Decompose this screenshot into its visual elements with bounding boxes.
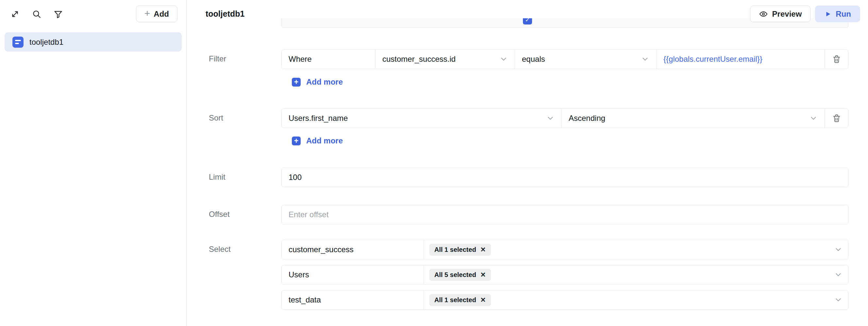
page-title: tooljetdb1 (206, 9, 244, 19)
main-panel: ✓ tooljetdb1 Preview Run (187, 0, 868, 326)
add-table-button[interactable]: + Add (136, 5, 178, 22)
select-columns-dropdown[interactable]: All 5 selected ✕ (424, 265, 848, 284)
filter-operator-select[interactable]: equals (515, 50, 656, 69)
offset-section: Offset (187, 205, 868, 224)
select-label: Select (209, 244, 231, 254)
add-more-label: Add more (306, 136, 343, 145)
collapse-panel-icon[interactable] (9, 8, 21, 20)
app-window: + Add tooljetdb1 ✓ tooljetdb1 (0, 0, 868, 326)
offset-label: Offset (209, 210, 230, 219)
sort-add-more-row: + Add more (187, 136, 868, 145)
limit-input[interactable] (281, 168, 848, 187)
select-rows: customer_success All 1 selected ✕ Users (281, 240, 848, 310)
plus-square-icon: + (292, 78, 301, 87)
sort-direction-value: Ascending (569, 114, 605, 123)
select-row-users: Users All 5 selected ✕ (281, 265, 848, 285)
table-list: tooljetdb1 (0, 28, 186, 56)
row-checkbox[interactable]: ✓ (523, 18, 532, 25)
play-icon (824, 10, 831, 18)
sort-section: Sort Users.first_name Ascending (187, 108, 868, 128)
eye-icon (759, 9, 768, 19)
filter-column-value: customer_success.id (382, 55, 456, 64)
clear-selection-icon[interactable]: ✕ (480, 271, 486, 278)
filter-icon[interactable] (52, 8, 64, 20)
sidebar-item-label: tooljetdb1 (29, 38, 63, 47)
check-icon: ✓ (525, 18, 530, 24)
chevron-down-icon (499, 55, 508, 63)
selection-badge-label: All 1 selected (434, 246, 476, 254)
plus-glyph: + (294, 78, 299, 86)
plus-square-icon: + (292, 136, 301, 145)
filter-section: Filter Where customer_success.id equals … (187, 49, 868, 69)
preview-button[interactable]: Preview (750, 5, 811, 22)
add-button-label: Add (154, 9, 169, 19)
query-form: Filter Where customer_success.id equals … (187, 28, 868, 326)
limit-label: Limit (209, 172, 225, 182)
selection-badge: All 1 selected ✕ (429, 294, 491, 306)
sort-label: Sort (209, 113, 223, 123)
filter-row: Where customer_success.id equals {{globa… (281, 49, 848, 69)
filter-operator-value: equals (522, 55, 545, 64)
sort-row: Users.first_name Ascending (281, 108, 848, 128)
clear-selection-icon[interactable]: ✕ (480, 246, 486, 253)
filter-value-input[interactable]: {{globals.currentUser.email}} (656, 50, 825, 69)
add-more-label: Add more (306, 77, 343, 87)
chevron-down-icon (546, 114, 555, 123)
select-row-test-data: test_data All 1 selected ✕ (281, 290, 848, 310)
chevron-down-icon (834, 296, 842, 304)
select-table-name: customer_success (282, 240, 424, 259)
search-icon[interactable] (30, 8, 43, 20)
chevron-down-icon (834, 245, 842, 254)
preview-button-label: Preview (772, 9, 802, 19)
select-columns-dropdown[interactable]: All 1 selected ✕ (424, 240, 848, 259)
table-icon (12, 37, 24, 48)
select-table-name: Users (282, 265, 424, 284)
trash-icon (832, 114, 841, 123)
delete-filter-button[interactable] (825, 50, 848, 69)
run-button[interactable]: Run (815, 5, 860, 22)
select-section: Select customer_success All 1 selected ✕ (187, 240, 868, 315)
filter-where-label: Where (282, 50, 375, 69)
offset-input[interactable] (281, 205, 848, 224)
filter-add-more-row: + Add more (187, 77, 868, 87)
header-actions: Preview Run (750, 5, 860, 22)
select-table-name: test_data (282, 290, 424, 309)
sort-direction-select[interactable]: Ascending (562, 109, 825, 128)
filter-column-select[interactable]: customer_success.id (375, 50, 515, 69)
trash-icon (832, 55, 841, 64)
add-filter-button[interactable]: + Add more (292, 77, 343, 87)
selection-badge-label: All 5 selected (434, 271, 476, 279)
run-button-label: Run (836, 9, 851, 19)
select-columns-dropdown[interactable]: All 1 selected ✕ (424, 290, 848, 309)
chevron-down-icon (809, 114, 818, 123)
plus-glyph: + (294, 137, 299, 145)
selection-badge: All 5 selected ✕ (429, 269, 491, 281)
chevron-down-icon (834, 270, 842, 279)
sort-column-select[interactable]: Users.first_name (282, 109, 562, 128)
limit-section: Limit (187, 168, 868, 187)
delete-sort-button[interactable] (825, 109, 848, 128)
filter-label: Filter (209, 54, 226, 63)
sidebar: + Add tooljetdb1 (0, 0, 187, 326)
sort-column-value: Users.first_name (288, 114, 348, 123)
selection-badge-label: All 1 selected (434, 296, 476, 304)
sidebar-item-tooljetdb1[interactable]: tooljetdb1 (5, 32, 182, 52)
select-row-customer-success: customer_success All 1 selected ✕ (281, 240, 848, 259)
plus-icon: + (145, 8, 150, 18)
selection-badge: All 1 selected ✕ (429, 244, 491, 256)
chevron-down-icon (641, 55, 649, 63)
clear-selection-icon[interactable]: ✕ (480, 297, 486, 303)
sidebar-header: + Add (0, 0, 186, 28)
add-sort-button[interactable]: + Add more (292, 136, 343, 145)
